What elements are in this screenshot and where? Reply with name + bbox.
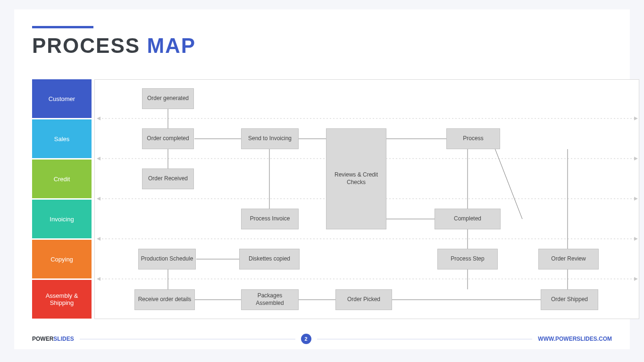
box-process-step: Process Step xyxy=(437,249,498,269)
footer-divider xyxy=(80,339,295,339)
process-canvas: Order generated Order completed Send to … xyxy=(94,79,639,319)
slide-title: PROCESS MAP xyxy=(32,34,196,58)
brand: POWERSLIDES xyxy=(32,336,74,342)
lane-copying: Copying xyxy=(32,240,92,278)
title-word-2: MAP xyxy=(147,34,196,57)
lane-customer: Customer xyxy=(32,79,92,118)
page-number: 2 xyxy=(301,334,311,344)
footer-divider xyxy=(317,339,533,339)
lane-sales: Sales xyxy=(32,119,92,158)
box-packages-assembled: Packages Assembled xyxy=(241,289,299,310)
box-process-invoice: Process Invoice xyxy=(241,209,299,229)
box-order-shipped: Order Shipped xyxy=(541,289,598,310)
box-order-received: Order Received xyxy=(142,168,194,189)
slide: PROCESS MAP Customer Sales Credit Invoic… xyxy=(14,9,630,349)
footer: POWERSLIDES 2 WWW.POWERSLIDES.COM xyxy=(32,332,612,345)
box-completed: Completed xyxy=(435,209,501,229)
swimlane-labels: Customer Sales Credit Invoicing Copying … xyxy=(32,79,92,320)
svg-line-12 xyxy=(491,139,522,219)
lane-credit: Credit xyxy=(32,160,92,198)
footer-url: WWW.POWERSLIDES.COM xyxy=(538,336,612,342)
title-word-1: PROCESS xyxy=(32,34,140,57)
box-diskettes-copied: Diskettes copied xyxy=(239,249,300,269)
title-rule xyxy=(32,26,93,28)
box-order-generated: Order generated xyxy=(142,88,194,109)
box-order-completed: Order completed xyxy=(142,128,194,149)
lane-invoicing: Invoicing xyxy=(32,200,92,238)
box-process: Process xyxy=(446,128,500,149)
box-order-review: Order Review xyxy=(538,249,599,269)
box-production-schedule: Production Schedule xyxy=(138,249,196,269)
box-receive-order-details: Receive order details xyxy=(134,289,195,310)
box-reviews-credit-checks: Reviews & Credit Checks xyxy=(326,128,386,229)
box-send-invoicing: Send to Invoicing xyxy=(241,128,299,149)
lane-assembly-shipping: Assembly & Shipping xyxy=(32,280,92,319)
box-order-picked: Order Picked xyxy=(335,289,392,310)
